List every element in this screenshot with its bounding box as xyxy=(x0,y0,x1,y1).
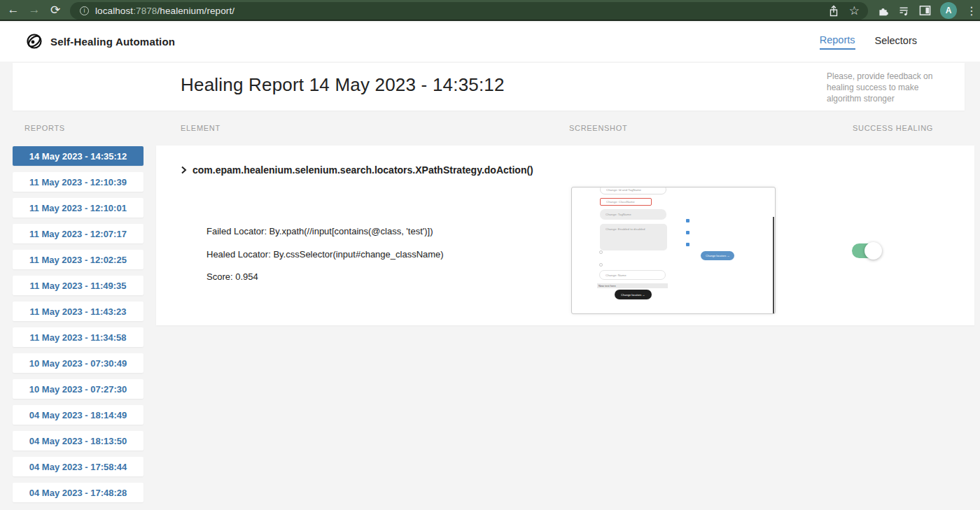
element-method: com.epam.healenium.selenium.search.locat… xyxy=(192,164,533,176)
healenium-logo-icon xyxy=(25,32,43,50)
report-item-label: 11 May 2023 - 12:10:39 xyxy=(29,177,127,187)
url-host: localhost xyxy=(95,6,133,16)
site-info-icon[interactable]: i xyxy=(80,6,89,15)
healed-locator: Healed Locator: By.cssSelector(input#cha… xyxy=(206,249,444,260)
share-icon[interactable] xyxy=(828,5,839,17)
mini-checkbox xyxy=(686,219,690,222)
report-item-label: 11 May 2023 - 12:02:25 xyxy=(29,255,127,265)
report-item-label: 11 May 2023 - 12:07:17 xyxy=(29,229,127,239)
report-list-item[interactable]: 11 May 2023 - 11:43:23 xyxy=(13,302,144,321)
report-item-label: 04 May 2023 - 17:58:44 xyxy=(29,462,127,472)
report-title: Healing Report 14 May 2023 - 14:35:12 xyxy=(181,74,505,96)
score: Score: 0.954 xyxy=(206,271,258,282)
report-list-item[interactable]: 11 May 2023 - 11:34:58 xyxy=(13,327,144,347)
report-item-label: 11 May 2023 - 12:10:01 xyxy=(29,203,127,213)
report-item-label: 10 May 2023 - 07:27:30 xyxy=(29,384,127,395)
column-header-success-healing: SUCCESS HEALING xyxy=(853,124,933,132)
mini-radio xyxy=(599,263,603,267)
page: ← → ⟳ i localhost:7878/healenium/report/… xyxy=(0,0,980,510)
browser-forward-icon[interactable]: → xyxy=(24,1,45,19)
nav-selectors[interactable]: Selectors xyxy=(875,35,917,49)
brand: Self-Healing Automation xyxy=(25,32,175,50)
report-list-item[interactable]: 11 May 2023 - 12:10:39 xyxy=(13,172,144,192)
mini-scrollbar xyxy=(773,217,774,314)
report-item-label: 11 May 2023 - 11:34:58 xyxy=(29,332,126,343)
column-header-reports: REPORTS xyxy=(24,124,65,132)
top-nav: Reports Selectors xyxy=(820,22,917,62)
report-list-item[interactable]: 10 May 2023 - 07:27:30 xyxy=(13,379,144,399)
browser-back-icon[interactable]: ← xyxy=(3,1,24,19)
address-bar-actions: ☆ xyxy=(828,3,861,18)
toggle-knob xyxy=(864,242,882,260)
mini-checkbox xyxy=(686,231,690,234)
mini-checkbox xyxy=(686,243,690,246)
report-list-item[interactable]: 04 May 2023 - 18:14:49 xyxy=(13,405,144,425)
nav-reports[interactable]: Reports xyxy=(820,34,855,50)
feedback-note: Please, provide feedback on healing succ… xyxy=(827,71,946,104)
browser-profile-avatar[interactable]: A xyxy=(940,2,957,19)
url-port: :7878 xyxy=(133,6,157,16)
mini-field-classname-highlighted: Change: ClassName xyxy=(600,198,652,206)
report-item-label: 11 May 2023 - 11:43:23 xyxy=(29,306,126,317)
chevron-right-icon xyxy=(181,166,187,174)
browser-toolbar: ← → ⟳ i localhost:7878/healenium/report/… xyxy=(0,0,980,21)
report-item-label: 04 May 2023 - 18:13:50 xyxy=(29,436,127,446)
failed-locator: Failed Locator: By.xpath(//input[contain… xyxy=(206,226,433,236)
report-list-item[interactable]: 14 May 2023 - 14:35:12 xyxy=(13,146,144,166)
address-bar[interactable]: i localhost:7878/healenium/report/ ☆ xyxy=(70,2,868,20)
mini-blue-button: Change locators → xyxy=(701,251,734,260)
report-title-card: Healing Report 14 May 2023 - 14:35:12 Pl… xyxy=(13,63,965,111)
app-title: Self-Healing Automation xyxy=(50,36,175,48)
screenshot-preview: Change: Id and TagName Change: ClassName… xyxy=(571,187,776,314)
media-controls-icon[interactable] xyxy=(898,5,910,17)
reports-list: 14 May 2023 - 14:35:12 11 May 2023 - 12:… xyxy=(13,146,144,509)
mini-radio xyxy=(599,250,603,254)
column-header-element: ELEMENT xyxy=(181,124,220,132)
report-item-label: 10 May 2023 - 07:30:49 xyxy=(29,358,127,369)
report-list-item[interactable]: 11 May 2023 - 12:02:25 xyxy=(13,250,144,269)
report-item-label: 04 May 2023 - 17:48:28 xyxy=(29,488,127,498)
url-text: localhost:7878/healenium/report/ xyxy=(95,6,234,16)
report-list-item[interactable]: 04 May 2023 - 18:13:50 xyxy=(13,431,144,451)
report-item-label: 11 May 2023 - 11:49:35 xyxy=(29,281,126,291)
url-path: /healenium/report/ xyxy=(157,6,234,16)
mini-field-name: Change: Name xyxy=(599,270,666,280)
report-list-item[interactable]: 04 May 2023 - 17:48:28 xyxy=(13,483,144,502)
report-item-label: 14 May 2023 - 14:35:12 xyxy=(29,151,127,162)
side-panel-icon[interactable] xyxy=(919,5,931,16)
report-item-label: 04 May 2023 - 18:14:49 xyxy=(29,410,127,420)
browser-menu-icon[interactable]: ⋮ xyxy=(966,4,976,17)
bookmark-star-icon[interactable]: ☆ xyxy=(849,3,860,18)
report-list-item[interactable]: 11 May 2023 - 11:49:35 xyxy=(13,276,144,295)
success-healing-toggle[interactable] xyxy=(852,243,880,258)
report-list-item[interactable]: 11 May 2023 - 12:07:17 xyxy=(13,224,144,243)
app-header: Self-Healing Automation Reports Selector… xyxy=(0,22,980,62)
mini-textarea-enabled: Change: Enabled to disabled xyxy=(600,224,667,250)
column-header-screenshot: SCREENSHOT xyxy=(569,124,627,132)
mini-dark-button: Change locators → xyxy=(615,290,652,299)
browser-actions: A ⋮ xyxy=(877,0,976,21)
mini-field-tagname: Change: TagName xyxy=(600,209,666,220)
healing-entry-card: com.epam.healenium.selenium.search.locat… xyxy=(156,146,974,325)
mini-field-id-tagname: Change: Id and TagName xyxy=(600,187,666,194)
element-expander[interactable]: com.epam.healenium.selenium.search.locat… xyxy=(181,164,533,176)
report-list-item[interactable]: 10 May 2023 - 07:30:49 xyxy=(13,353,144,373)
mini-note-bar: New test here xyxy=(597,283,668,288)
extensions-icon[interactable] xyxy=(877,5,889,17)
report-list-item[interactable]: 11 May 2023 - 12:10:01 xyxy=(13,198,144,218)
browser-refresh-icon[interactable]: ⟳ xyxy=(45,1,66,19)
report-list-item[interactable]: 04 May 2023 - 17:58:44 xyxy=(13,457,144,476)
